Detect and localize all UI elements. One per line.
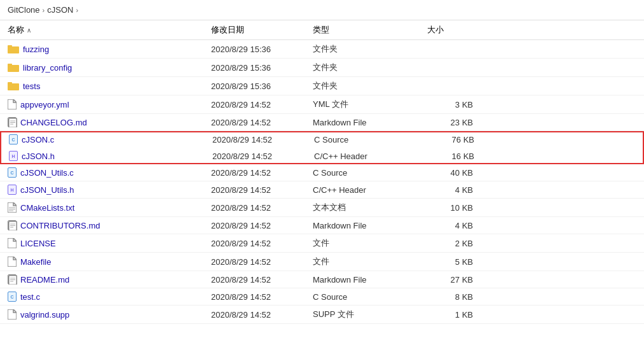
file-row[interactable]: valgrind.supp 2020/8/29 14:52 SUPP 文件 1 … (0, 306, 644, 324)
c-source-icon: C (8, 292, 17, 302)
file-name-cell: C cJSON.c (9, 134, 212, 144)
col-date-header[interactable]: 修改日期 (211, 24, 313, 36)
svg-rect-3 (8, 64, 12, 66)
file-size-cell: 16 KB (428, 151, 479, 161)
folder-icon (8, 45, 19, 53)
file-type-cell: 文件夹 (313, 80, 427, 92)
file-row[interactable]: fuzzing 2020/8/29 15:36 文件夹 (0, 40, 644, 59)
file-type-cell: 文件 (313, 237, 427, 249)
file-name-cell: CMakeLists.txt (8, 202, 211, 213)
file-type-cell: Markdown File (313, 275, 427, 285)
file-size-cell: 27 KB (427, 275, 478, 285)
file-name-text[interactable]: cJSON.h (22, 151, 55, 161)
file-row[interactable]: LICENSE 2020/8/29 14:52 文件 2 KB (0, 234, 644, 253)
file-size-cell: 8 KB (427, 292, 478, 302)
breadcrumb-gitclone[interactable]: GitClone (8, 5, 40, 15)
file-name-cell: tests (8, 81, 211, 91)
file-row[interactable]: CMakeLists.txt 2020/8/29 14:52 文本文档 10 K… (0, 199, 644, 217)
file-icon (8, 257, 17, 267)
file-name-cell: CHANGELOG.md (8, 117, 211, 127)
file-size-cell: 4 KB (427, 221, 478, 230)
file-row[interactable]: Makefile 2020/8/29 14:52 文件 5 KB (0, 253, 644, 271)
file-date-cell: 2020/8/29 14:52 (211, 118, 313, 127)
file-name-cell: C test.c (8, 292, 211, 302)
file-row[interactable]: README.md 2020/8/29 14:52 Markdown File … (0, 271, 644, 288)
file-row[interactable]: H cJSON_Utils.h 2020/8/29 14:52 C/C++ He… (0, 181, 644, 199)
markdown-icon (8, 117, 17, 127)
file-date-cell: 2020/8/29 14:52 (211, 203, 313, 213)
file-date-cell: 2020/8/29 14:52 (212, 135, 314, 144)
file-size-cell: 76 KB (428, 135, 479, 144)
file-name-text[interactable]: appveyor.yml (20, 100, 69, 109)
file-row[interactable]: CONTRIBUTORS.md 2020/8/29 14:52 Markdown… (0, 217, 644, 234)
file-name-text[interactable]: tests (23, 81, 40, 91)
col-name-header[interactable]: 名称 ∧ (8, 24, 211, 36)
file-row[interactable]: appveyor.yml 2020/8/29 14:52 YML 文件 3 KB (0, 95, 644, 114)
file-name-text[interactable]: CHANGELOG.md (20, 118, 87, 127)
text-file-icon (8, 202, 17, 213)
c-source-icon: C (8, 167, 17, 178)
file-type-cell: Markdown File (313, 118, 427, 127)
svg-marker-6 (8, 99, 17, 109)
file-type-cell: 文件夹 (313, 62, 427, 73)
file-name-cell: H cJSON_Utils.h (8, 185, 211, 195)
file-name-text[interactable]: fuzzing (23, 45, 49, 54)
file-name-cell: C cJSON_Utils.c (8, 167, 211, 178)
file-size-cell: 5 KB (427, 257, 478, 267)
file-name-text[interactable]: valgrind.supp (20, 310, 69, 320)
file-name-text[interactable]: library_config (23, 63, 72, 73)
svg-marker-19 (8, 238, 17, 248)
file-date-cell: 2020/8/29 15:36 (211, 63, 313, 73)
file-name-cell: fuzzing (8, 45, 211, 54)
breadcrumb-sep-1: › (43, 6, 45, 14)
file-name-cell: valgrind.supp (8, 309, 211, 320)
file-name-text[interactable]: README.md (20, 275, 69, 285)
file-explorer: 名称 ∧ 修改日期 类型 大小 fuzzing 2020/8/29 15:36 … (0, 20, 644, 324)
file-row[interactable]: H cJSON.h 2020/8/29 14:52 C/C++ Header 1… (0, 148, 644, 164)
file-name-text[interactable]: LICENSE (20, 239, 56, 248)
svg-rect-1 (8, 45, 12, 48)
svg-rect-5 (8, 82, 12, 85)
file-icon (8, 309, 17, 320)
file-name-cell: Makefile (8, 257, 211, 267)
file-size-cell: 23 KB (427, 118, 478, 127)
file-type-cell: C Source (314, 135, 428, 144)
file-name-text[interactable]: cJSON.c (22, 135, 54, 144)
markdown-icon (8, 274, 17, 285)
file-row[interactable]: C test.c 2020/8/29 14:52 C Source 8 KB (0, 288, 644, 306)
file-type-cell: C/C++ Header (313, 185, 427, 195)
file-type-cell: SUPP 文件 (313, 309, 427, 320)
file-date-cell: 2020/8/29 14:52 (211, 275, 313, 285)
file-name-text[interactable]: CMakeLists.txt (20, 203, 74, 213)
file-row[interactable]: C cJSON_Utils.c 2020/8/29 14:52 C Source… (0, 164, 644, 181)
file-type-cell: 文本文档 (313, 202, 427, 213)
file-name-text[interactable]: test.c (20, 292, 40, 302)
file-name-text[interactable]: cJSON_Utils.c (20, 168, 74, 178)
file-size-cell: 4 KB (427, 185, 478, 195)
file-row[interactable]: CHANGELOG.md 2020/8/29 14:52 Markdown Fi… (0, 114, 644, 131)
col-type-header[interactable]: 类型 (313, 24, 427, 36)
file-name-text[interactable]: Makefile (20, 257, 51, 267)
file-name-cell: README.md (8, 274, 211, 285)
file-date-cell: 2020/8/29 14:52 (211, 292, 313, 302)
breadcrumb-cjson[interactable]: cJSON (47, 5, 73, 15)
column-header: 名称 ∧ 修改日期 类型 大小 (0, 20, 644, 40)
file-row[interactable]: tests 2020/8/29 15:36 文件夹 (0, 77, 644, 95)
sort-arrow-icon: ∧ (27, 27, 31, 34)
file-row[interactable]: C cJSON.c 2020/8/29 14:52 C Source 76 KB (0, 131, 644, 148)
file-row[interactable]: library_config 2020/8/29 15:36 文件夹 (0, 59, 644, 77)
file-name-cell: library_config (8, 63, 211, 73)
file-type-cell: Markdown File (313, 221, 427, 230)
file-name-text[interactable]: cJSON_Utils.h (20, 185, 74, 195)
file-type-cell: YML 文件 (313, 99, 427, 110)
breadcrumb-sep-2: › (76, 6, 78, 14)
file-size-cell: 3 KB (427, 100, 478, 109)
file-date-cell: 2020/8/29 15:36 (211, 45, 313, 54)
folder-icon (8, 63, 19, 72)
svg-marker-25 (8, 309, 17, 320)
breadcrumb: GitClone › cJSON › (0, 0, 644, 20)
file-name-text[interactable]: CONTRIBUTORS.md (20, 221, 100, 230)
markdown-icon (8, 220, 17, 230)
col-size-header[interactable]: 大小 (427, 24, 478, 36)
file-type-cell: 文件 (313, 256, 427, 267)
